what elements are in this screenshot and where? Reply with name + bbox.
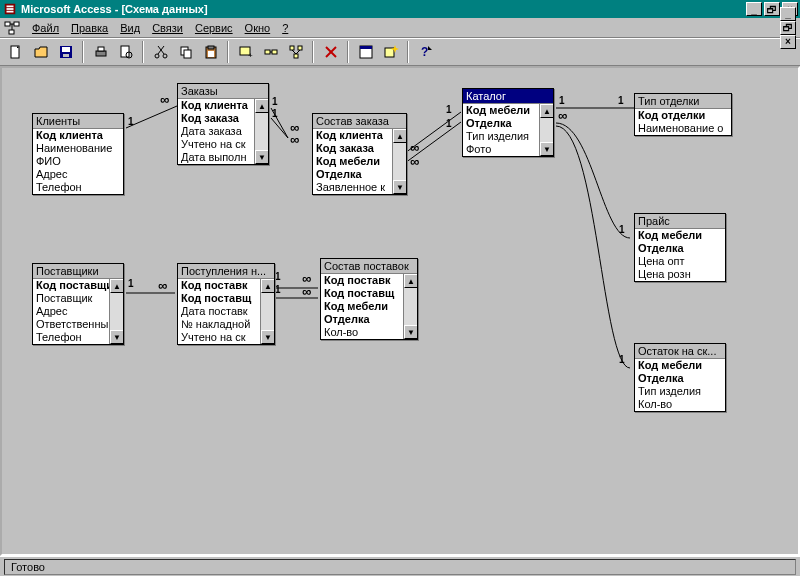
- table-header[interactable]: Тип отделки: [635, 94, 731, 109]
- field-row[interactable]: Отделка: [321, 313, 403, 326]
- field-row[interactable]: Код мебели: [635, 229, 725, 242]
- table-order-items[interactable]: Состав заказа Код клиентаКод заказаКод м…: [312, 113, 407, 195]
- field-row[interactable]: Наименование: [33, 142, 123, 155]
- show-table-icon[interactable]: +: [234, 41, 257, 63]
- field-list[interactable]: Код клиентаКод заказаКод мебелиОтделкаЗа…: [313, 129, 406, 194]
- scroll-down-icon[interactable]: ▼: [540, 142, 553, 156]
- menu-view[interactable]: Вид: [114, 20, 146, 36]
- table-delivery-items[interactable]: Состав поставок Код поставкКод поставщКо…: [320, 258, 418, 340]
- scrollbar[interactable]: ▲▼: [392, 129, 406, 194]
- new-icon[interactable]: [4, 41, 27, 63]
- relationship-canvas[interactable]: 1 ∞ 1 1 ∞ ∞ ∞ ∞ 1 1 1 ∞ 1 1 1 1 ∞ 1 1 ∞ …: [0, 66, 800, 556]
- field-row[interactable]: Цена розн: [635, 268, 725, 281]
- new-object-icon[interactable]: [379, 41, 402, 63]
- field-row[interactable]: Адрес: [33, 305, 109, 318]
- table-catalog[interactable]: Каталог Код мебелиОтделкаТип изделияФото…: [462, 88, 554, 157]
- scroll-up-icon[interactable]: ▲: [255, 99, 268, 113]
- preview-icon[interactable]: [114, 41, 137, 63]
- field-row[interactable]: Кол-во: [635, 398, 725, 411]
- scroll-up-icon[interactable]: ▲: [261, 279, 274, 293]
- field-row[interactable]: Адрес: [33, 168, 123, 181]
- field-row[interactable]: Тип изделия: [635, 385, 725, 398]
- field-row[interactable]: Заявленное к: [313, 181, 392, 194]
- table-header[interactable]: Состав поставок: [321, 259, 417, 274]
- scroll-down-icon[interactable]: ▼: [261, 330, 274, 344]
- scroll-up-icon[interactable]: ▲: [393, 129, 406, 143]
- print-icon[interactable]: [89, 41, 112, 63]
- field-row[interactable]: Отделка: [635, 372, 725, 385]
- scroll-up-icon[interactable]: ▲: [404, 274, 417, 288]
- show-all-icon[interactable]: [284, 41, 307, 63]
- field-list[interactable]: Код клиентаНаименованиеФИОАдресТелефон: [33, 129, 123, 194]
- field-row[interactable]: Телефон: [33, 181, 123, 194]
- table-clients[interactable]: Клиенты Код клиентаНаименованиеФИОАдресТ…: [32, 113, 124, 195]
- field-row[interactable]: Код поставщ: [321, 287, 403, 300]
- table-header[interactable]: Прайс: [635, 214, 725, 229]
- field-row[interactable]: Наименование о: [635, 122, 731, 135]
- field-row[interactable]: Дата выполн: [178, 151, 254, 164]
- menu-tools[interactable]: Сервис: [189, 20, 239, 36]
- help-icon[interactable]: ?: [414, 41, 437, 63]
- field-list[interactable]: Код поставкКод поставщКод мебелиОтделкаК…: [321, 274, 417, 339]
- scrollbar[interactable]: ▲▼: [260, 279, 274, 344]
- field-row[interactable]: Код заказа: [313, 142, 392, 155]
- scrollbar[interactable]: ▲▼: [109, 279, 123, 344]
- table-header[interactable]: Поступления н...: [178, 264, 274, 279]
- field-list[interactable]: Код поставкКод поставщДата поставк№ накл…: [178, 279, 274, 344]
- table-header[interactable]: Каталог: [463, 89, 553, 104]
- field-row[interactable]: Код мебели: [463, 104, 539, 117]
- table-price[interactable]: Прайс Код мебелиОтделкаЦена оптЦена розн: [634, 213, 726, 282]
- table-orders[interactable]: Заказы Код клиентаКод заказаДата заказаУ…: [177, 83, 269, 165]
- menu-help[interactable]: ?: [276, 20, 294, 36]
- table-deliveries[interactable]: Поступления н... Код поставкКод поставщД…: [177, 263, 275, 345]
- field-row[interactable]: Отделка: [463, 117, 539, 130]
- field-row[interactable]: Отделка: [313, 168, 392, 181]
- field-row[interactable]: Код поставк: [321, 274, 403, 287]
- field-row[interactable]: Код поставк: [178, 279, 260, 292]
- field-row[interactable]: Телефон: [33, 331, 109, 344]
- table-header[interactable]: Клиенты: [33, 114, 123, 129]
- mdi-maximize-button[interactable]: 🗗: [780, 21, 796, 35]
- scroll-down-icon[interactable]: ▼: [404, 325, 417, 339]
- menu-window[interactable]: Окно: [239, 20, 277, 36]
- field-row[interactable]: Фото: [463, 143, 539, 156]
- field-row[interactable]: Отделка: [635, 242, 725, 255]
- field-row[interactable]: Код мебели: [321, 300, 403, 313]
- table-finish-type[interactable]: Тип отделки Код отделкиНаименование о: [634, 93, 732, 136]
- field-row[interactable]: № накладной: [178, 318, 260, 331]
- field-list[interactable]: Код мебелиОтделкаТип изделияКол-во: [635, 359, 725, 411]
- save-icon[interactable]: [54, 41, 77, 63]
- menu-rel[interactable]: Связи: [146, 20, 189, 36]
- field-list[interactable]: Код клиентаКод заказаДата заказаУчтено н…: [178, 99, 268, 164]
- copy-icon[interactable]: [174, 41, 197, 63]
- scroll-up-icon[interactable]: ▲: [110, 279, 123, 293]
- field-row[interactable]: Дата заказа: [178, 125, 254, 138]
- scroll-up-icon[interactable]: ▲: [540, 104, 553, 118]
- field-row[interactable]: Код отделки: [635, 109, 731, 122]
- scroll-down-icon[interactable]: ▼: [110, 330, 123, 344]
- field-row[interactable]: ФИО: [33, 155, 123, 168]
- field-row[interactable]: Учтено на ск: [178, 331, 260, 344]
- menu-file[interactable]: Файл: [26, 20, 65, 36]
- scroll-down-icon[interactable]: ▼: [255, 150, 268, 164]
- table-header[interactable]: Поставщики: [33, 264, 123, 279]
- field-row[interactable]: Дата поставк: [178, 305, 260, 318]
- table-header[interactable]: Состав заказа: [313, 114, 406, 129]
- field-row[interactable]: Учтено на ск: [178, 138, 254, 151]
- maximize-button[interactable]: 🗗: [764, 2, 780, 16]
- delete-icon[interactable]: [319, 41, 342, 63]
- field-row[interactable]: Код поставщ: [178, 292, 260, 305]
- scrollbar[interactable]: ▲▼: [403, 274, 417, 339]
- field-row[interactable]: Кол-во: [321, 326, 403, 339]
- mdi-close-button[interactable]: ×: [780, 35, 796, 49]
- field-row[interactable]: Код заказа: [178, 112, 254, 125]
- mdi-minimize-button[interactable]: _: [780, 7, 796, 21]
- field-row[interactable]: Код поставщика: [33, 279, 109, 292]
- db-window-icon[interactable]: [354, 41, 377, 63]
- field-row[interactable]: Цена опт: [635, 255, 725, 268]
- scroll-down-icon[interactable]: ▼: [393, 180, 406, 194]
- field-row[interactable]: Поставщик: [33, 292, 109, 305]
- paste-icon[interactable]: [199, 41, 222, 63]
- field-row[interactable]: Код мебели: [313, 155, 392, 168]
- table-header[interactable]: Заказы: [178, 84, 268, 99]
